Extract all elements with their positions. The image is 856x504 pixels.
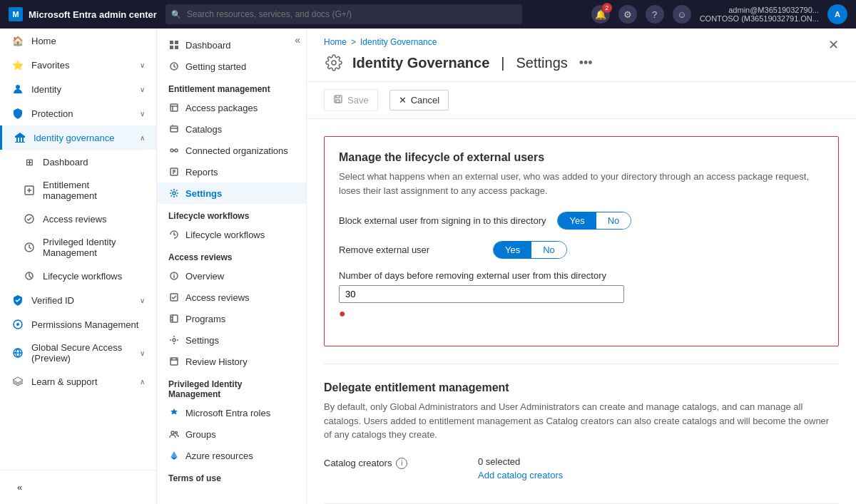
- save-button[interactable]: Save: [324, 89, 378, 111]
- svg-point-21: [175, 149, 178, 152]
- sec-item-programs[interactable]: Programs: [157, 308, 306, 329]
- feedback-icon[interactable]: ☺: [673, 5, 691, 24]
- sec-item-reports[interactable]: Reports: [157, 161, 306, 182]
- pim-icon: [23, 241, 36, 254]
- sidebar-collapse-btn[interactable]: «: [6, 476, 151, 498]
- sec-item-azure-resources[interactable]: Azure resources: [157, 445, 306, 466]
- sidebar-item-home[interactable]: 🏠 Home: [0, 29, 156, 53]
- sidebar-item-global-secure[interactable]: Global Secure Access (Preview) ∨: [0, 336, 156, 369]
- sidebar-label-permissions: Permissions Management: [31, 319, 138, 330]
- save-icon: [333, 94, 343, 106]
- sec-label-getting-started: Getting started: [185, 61, 246, 72]
- sidebar-label-learn: Learn & support: [31, 376, 98, 387]
- chevron-down-icon: ∨: [140, 61, 145, 69]
- page-title: Identity Governance: [352, 55, 489, 71]
- sec-item-access-packages[interactable]: Access packages: [157, 97, 306, 118]
- content-header: Home > Identity Governance Identity Gove…: [307, 29, 856, 82]
- sec-header-pim: Privileged Identity Management: [157, 372, 306, 402]
- sidebar-item-identity-governance[interactable]: Identity governance ∧: [0, 125, 156, 150]
- sidebar-label-access-reviews: Access reviews: [43, 214, 107, 225]
- sec-item-catalogs[interactable]: Catalogs: [157, 118, 306, 140]
- governance-icon: [14, 131, 26, 144]
- block-external-row: Block external user from signing in to t…: [339, 212, 824, 230]
- lifecycle-icon: [23, 269, 36, 282]
- topbar: M Microsoft Entra admin center 🔔 2 ⚙ ? ☺…: [0, 0, 856, 29]
- sec-programs-icon: [168, 313, 180, 324]
- svg-point-31: [332, 61, 336, 65]
- block-no-btn[interactable]: No: [596, 212, 631, 229]
- search-input[interactable]: [165, 4, 522, 24]
- sec-catalogs-icon: [168, 123, 180, 135]
- sec-access-reviews-icon: [168, 292, 180, 303]
- breadcrumb-home[interactable]: Home: [324, 37, 347, 47]
- sec-item-review-history[interactable]: Review History: [157, 351, 306, 372]
- sidebar-label-governance: Identity governance: [34, 133, 114, 143]
- sidebar-item-access-reviews[interactable]: Access reviews: [0, 207, 156, 231]
- sec-item-settings2[interactable]: Settings: [157, 329, 306, 351]
- notification-bell[interactable]: 🔔 2: [591, 5, 610, 24]
- svg-rect-16: [175, 46, 178, 49]
- sidebar-item-lifecycle[interactable]: Lifecycle workflows: [0, 264, 156, 288]
- save-label: Save: [347, 95, 369, 106]
- sidebar-item-favorites[interactable]: ⭐ Favorites ∨: [0, 53, 156, 77]
- sidebar-label-verified: Verified ID: [31, 295, 74, 306]
- block-toggle[interactable]: Yes No: [557, 212, 631, 230]
- sidebar-item-protection[interactable]: Protection ∨: [0, 101, 156, 125]
- add-catalog-creators-link[interactable]: Add catalog creators: [478, 470, 563, 480]
- sec-item-getting-started[interactable]: Getting started: [157, 56, 306, 77]
- svg-rect-3: [19, 138, 21, 142]
- sec-label-catalogs: Catalogs: [185, 124, 222, 135]
- block-yes-btn[interactable]: Yes: [558, 212, 596, 229]
- catalog-creators-value: 0 selected: [478, 456, 563, 467]
- sec-label-reports: Reports: [185, 167, 218, 178]
- chevron-up-icon: ∧: [140, 134, 145, 142]
- sidebar-item-entitlement-mgmt[interactable]: Entitlement management: [0, 174, 156, 207]
- sec-item-entra-roles[interactable]: Microsoft Entra roles: [157, 402, 306, 423]
- sec-item-groups[interactable]: Groups: [157, 423, 306, 445]
- sidebar-item-learn[interactable]: Learn & support ∧: [0, 369, 156, 394]
- info-icon[interactable]: i: [396, 458, 407, 469]
- sec-label-access-reviews2: Access reviews: [185, 292, 250, 303]
- settings-icon[interactable]: ⚙: [618, 5, 637, 24]
- chevron-down-icon: ∨: [140, 297, 145, 304]
- sec-label-dashboard: Dashboard: [185, 40, 231, 51]
- sidebar-item-verified-id[interactable]: Verified ID ∨: [0, 288, 156, 312]
- remove-user-row: Remove external user Yes No: [339, 241, 824, 259]
- days-input[interactable]: [339, 285, 624, 303]
- svg-rect-2: [16, 138, 18, 142]
- sidebar-item-dashboard[interactable]: ⊞ Dashboard: [0, 150, 156, 174]
- sidebar-collapse-icon[interactable]: «: [295, 34, 300, 46]
- svg-point-11: [16, 323, 19, 326]
- toolbar: Save ✕ Cancel: [307, 82, 856, 119]
- remove-toggle[interactable]: Yes No: [493, 241, 567, 259]
- svg-point-29: [171, 431, 174, 434]
- sec-item-lifecycle-workflows[interactable]: Lifecycle workflows: [157, 224, 306, 245]
- sec-item-settings[interactable]: Settings: [157, 182, 306, 204]
- sidebar-item-permissions[interactable]: Permissions Management: [0, 312, 156, 336]
- sidebar-item-identity[interactable]: Identity ∨: [0, 77, 156, 101]
- close-button[interactable]: ✕: [828, 37, 839, 53]
- permissions-icon: [11, 318, 24, 331]
- sec-dashboard-icon: [168, 39, 180, 51]
- delegate-desc: By default, only Global Administrators a…: [324, 400, 839, 442]
- sec-item-connected-orgs[interactable]: Connected organizations: [157, 140, 306, 161]
- sec-item-dashboard[interactable]: Dashboard: [157, 34, 306, 56]
- sec-label-connected-orgs: Connected organizations: [185, 145, 288, 156]
- block-label: Block external user from signing in to t…: [339, 215, 546, 226]
- sidebar-item-pim[interactable]: Privileged Identity Management: [0, 231, 156, 264]
- remove-no-btn[interactable]: No: [531, 242, 566, 258]
- avatar[interactable]: A: [827, 4, 847, 24]
- search-bar[interactable]: [165, 4, 522, 24]
- sec-entra-icon: [168, 407, 180, 418]
- breadcrumb-current[interactable]: Identity Governance: [360, 37, 437, 47]
- help-icon[interactable]: ?: [646, 5, 664, 24]
- svg-point-20: [170, 149, 173, 152]
- sec-header-access-reviews: Access reviews: [157, 245, 306, 265]
- cancel-button[interactable]: ✕ Cancel: [389, 90, 449, 110]
- sec-item-access-reviews2[interactable]: Access reviews: [157, 287, 306, 308]
- main-content: Home > Identity Governance Identity Gove…: [307, 29, 856, 504]
- remove-yes-btn[interactable]: Yes: [494, 242, 531, 258]
- svg-point-0: [16, 85, 20, 89]
- more-options-icon[interactable]: •••: [579, 56, 593, 71]
- sec-item-overview[interactable]: Overview: [157, 265, 306, 287]
